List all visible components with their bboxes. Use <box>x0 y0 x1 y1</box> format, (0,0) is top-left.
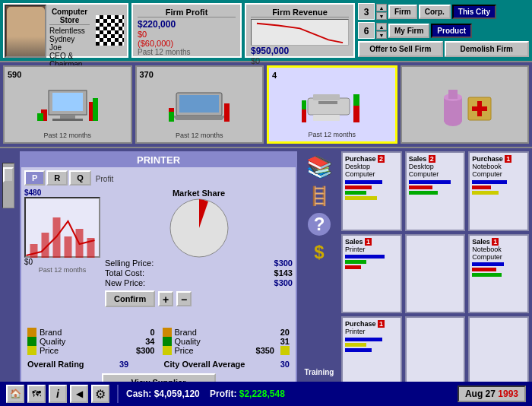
price-details: Selling Price: $300 Total Cost: $143 New… <box>105 259 293 307</box>
help-icon[interactable]: ? <box>308 213 331 236</box>
card-3-line2: Computer <box>472 170 525 178</box>
top-bar: Computer Store Relentless Sydney Joe CEO… <box>0 0 532 61</box>
profile-name2: Sydney <box>49 35 90 43</box>
total-val: $143 <box>274 268 293 278</box>
panel-title: PRINTER <box>21 153 296 167</box>
product-printer[interactable]: 4 Past 12 months <box>267 65 397 144</box>
price-indicator-right <box>280 346 290 355</box>
profile-info: Computer Store Relentless Sydney Joe CEO… <box>46 5 93 56</box>
new-price-val: $300 <box>274 278 293 287</box>
date-day: Aug 27 <box>465 389 496 399</box>
book-icon[interactable]: 📚 <box>306 154 333 179</box>
status-icon-3[interactable]: i <box>49 385 67 403</box>
tab-up-arrow-1[interactable]: ▲ <box>376 4 387 11</box>
status-cash: Cash: $4,059,120 Profit: $2,228,548 <box>126 389 450 399</box>
firm-profit-val2: $0 <box>138 30 147 39</box>
svg-rect-25 <box>448 90 458 99</box>
confirm-button[interactable]: Confirm <box>105 290 155 307</box>
status-icon-4[interactable]: ◀ <box>70 385 88 403</box>
tab-q[interactable]: Q <box>69 170 91 186</box>
tab-r[interactable]: R <box>46 170 68 186</box>
svg-rect-12 <box>224 103 230 122</box>
tab-down-arrow-2[interactable]: ▼ <box>376 31 387 39</box>
dollar-icon[interactable]: $ <box>314 242 324 263</box>
product-medical[interactable] <box>401 65 530 144</box>
svg-marker-10 <box>173 116 226 120</box>
products-row: 590 Past 12 months 370 <box>0 61 532 148</box>
tab-this-city[interactable]: This City <box>452 5 496 19</box>
ladder-icon[interactable]: 🪜 <box>308 186 331 207</box>
brand-label-right: Brand <box>175 328 197 337</box>
revenue-chart <box>251 19 349 46</box>
quality-val-left: 34 <box>145 337 154 346</box>
profit-val: $2,228,548 <box>239 389 285 399</box>
status-icons: 🏠 🗺 i ◀ ⚙ <box>6 385 109 403</box>
card-2-line2: Computer <box>409 170 462 178</box>
firm-profit-sub: Past 12 months <box>138 48 236 56</box>
product-label-printer: Past 12 months <box>308 131 356 138</box>
svg-rect-21 <box>302 100 306 109</box>
product-num-desktop: 590 <box>8 70 21 79</box>
offer-sell-btn[interactable]: Offer to Sell Firm <box>358 41 443 57</box>
price-val-right: $350 <box>256 346 274 355</box>
card-1-bars <box>345 179 398 227</box>
demolish-btn[interactable]: Demolish Firm <box>445 41 530 57</box>
card-sales-desktop[interactable]: Sales 2 Desktop Computer <box>405 151 466 231</box>
tab-up-arrow-2[interactable]: ▲ <box>376 23 387 30</box>
card-sales-printer[interactable]: Sales 1 Printer <box>341 234 402 314</box>
firm-profit-title: Firm Profit <box>138 8 236 17</box>
status-icon-5[interactable]: ⚙ <box>91 385 109 403</box>
card-purchase-desktop[interactable]: Purchase 2 Desktop Computer <box>341 151 402 231</box>
tab-corp[interactable]: Corp. <box>419 5 451 19</box>
quality-color-left <box>27 337 36 346</box>
svg-rect-31 <box>53 217 61 258</box>
profit-chart-area: $480 $0 <box>24 189 100 322</box>
new-price-label: New Price: <box>105 278 145 287</box>
scroll-bar[interactable] <box>2 163 14 208</box>
tab-p[interactable]: P <box>24 170 45 186</box>
status-icon-1[interactable]: 🏠 <box>6 385 24 403</box>
brand-val-left: 0 <box>150 328 154 337</box>
chart-past-label: Past 12 months <box>24 266 100 274</box>
price-val-left: $300 <box>136 346 154 355</box>
tab-firm[interactable]: Firm <box>388 5 417 19</box>
status-icon-2[interactable]: 🗺 <box>27 385 46 403</box>
price-label-left: Price <box>40 346 59 355</box>
price-increase-btn[interactable]: + <box>158 291 173 306</box>
firm-revenue-val2: $0 <box>251 56 349 65</box>
tab-product[interactable]: Product <box>431 24 472 38</box>
profile-box: Computer Store Relentless Sydney Joe CEO… <box>3 3 128 58</box>
right-panel: Purchase 2 Desktop Computer Sales 2 Desk… <box>341 151 529 396</box>
card-7-line1: Printer <box>345 328 398 335</box>
profit-label: Profit: <box>210 389 236 399</box>
card-1-line1: Desktop <box>345 163 398 170</box>
product-desktop[interactable]: 590 Past 12 months <box>3 65 132 144</box>
tab-num-2: 6 <box>358 22 375 39</box>
main-area: PRINTER P R Q Profit $480 <box>0 148 532 399</box>
date-box: Aug 27 1993 <box>458 385 526 402</box>
product-laptop[interactable]: 370 Past 12 months <box>135 65 264 144</box>
tab-row-1: 3 ▲ ▼ Firm Corp. This City <box>358 3 529 20</box>
svg-rect-28 <box>472 106 487 111</box>
card-sales-notebook[interactable]: Sales 1 Notebook Computer <box>468 234 529 314</box>
tab-arrows-1[interactable]: ▲ ▼ <box>376 4 387 20</box>
training-label: Training <box>305 368 334 376</box>
selling-label: Selling Price: <box>105 259 154 268</box>
card-purchase-notebook[interactable]: Purchase 1 Notebook Computer <box>468 151 529 231</box>
quality-val-right: 31 <box>280 337 290 346</box>
stat-quality-right: Quality 31 <box>163 337 290 346</box>
product-img-printer <box>272 80 392 131</box>
status-bar: 🏠 🗺 i ◀ ⚙ Cash: $4,059,120 Profit: $2,22… <box>0 382 532 406</box>
scroll-thumb[interactable] <box>3 167 14 182</box>
brand-val-right: 20 <box>280 328 290 337</box>
tab-arrows-2[interactable]: ▲ ▼ <box>376 23 387 39</box>
price-decrease-btn[interactable]: − <box>176 291 192 306</box>
stats-grid: Brand 0 Quality 34 Price $300 Brand <box>21 325 296 358</box>
quality-color-right <box>163 337 172 346</box>
card-4-line1: Printer <box>345 246 398 253</box>
tab-my-firm[interactable]: My Firm <box>388 24 429 38</box>
profit-val-top: $480 <box>24 189 100 197</box>
selling-val: $300 <box>274 259 293 268</box>
date-year: 1993 <box>498 389 518 399</box>
tab-down-arrow-1[interactable]: ▼ <box>376 12 387 20</box>
